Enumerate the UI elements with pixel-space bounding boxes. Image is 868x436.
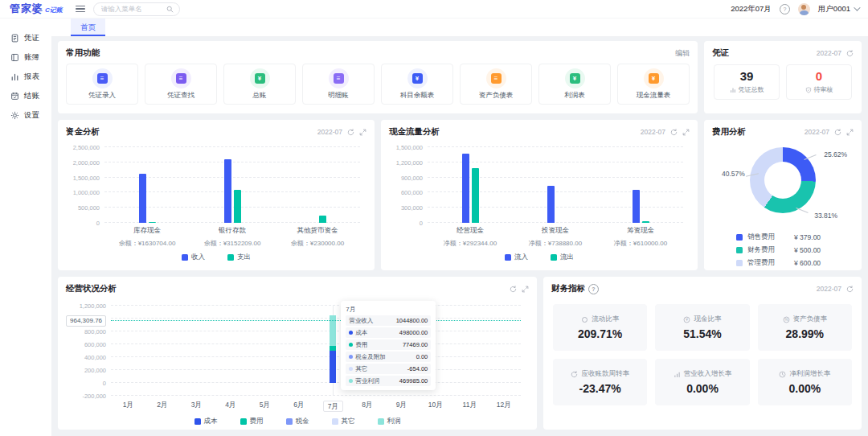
function-card-凭证查找[interactable]: ≡凭证查找: [145, 64, 217, 105]
menu-search[interactable]: [93, 2, 180, 16]
indicator-value: 28.99%: [786, 327, 824, 340]
menu-toggle-icon[interactable]: [76, 6, 85, 13]
series-dot-icon: [349, 355, 353, 359]
amount-label: 余额：¥3152209.00: [190, 239, 275, 248]
sidebar-item-账簿[interactable]: 账簿: [0, 47, 51, 67]
x-axis-label-8月: 8月: [350, 401, 385, 412]
function-card-明细账[interactable]: ≡明细账: [302, 64, 375, 105]
edit-button[interactable]: 编辑: [675, 48, 690, 59]
cashflow-chart[interactable]: 0300,000600,000900,0001,200,0001,500,000…: [389, 147, 690, 262]
indicator-card-资产负债率[interactable]: %资产负债率28.99%: [758, 304, 852, 351]
chart-plot-area[interactable]: 0500,0001,000,0001,500,0002,000,0002,500…: [104, 147, 360, 223]
legend-item-收入[interactable]: 收入: [182, 253, 205, 262]
stat-value: 0: [787, 69, 851, 83]
indicator-card-现金比率[interactable]: ¥现金比率51.54%: [655, 304, 749, 351]
legend-swatch: [227, 254, 234, 261]
refresh-icon[interactable]: [670, 129, 678, 136]
category-label: 经营现金: [428, 226, 513, 236]
indicator-value: -23.47%: [579, 382, 621, 395]
fund-chart[interactable]: 0500,0001,000,0001,500,0002,000,0002,500…: [66, 147, 366, 262]
expand-icon[interactable]: [359, 129, 366, 136]
voucher-stat-待审核[interactable]: 0待审核: [786, 64, 852, 100]
indicator-card-应收账款周转率[interactable]: 应收账款周转率-23.47%: [553, 359, 647, 405]
legend-item-管理费用[interactable]: 管理费用¥ 600.00: [736, 257, 854, 269]
sidebar-item-设置[interactable]: 设置: [0, 105, 51, 125]
legend-item-销售费用[interactable]: 销售费用¥ 379.00: [736, 231, 854, 244]
legend-item-利润[interactable]: 利润: [378, 417, 401, 426]
sidebar-item-凭证[interactable]: 凭证: [0, 28, 51, 47]
function-card-利润表[interactable]: ¥利润表: [538, 64, 611, 105]
amount-label: 余额：¥1630704.00: [104, 239, 190, 248]
indicator-value: 209.71%: [578, 327, 622, 340]
sidebar-item-结账[interactable]: 结账: [0, 86, 51, 105]
cashflow-date: 2022-07: [641, 128, 665, 136]
function-card-label: 资产负债表: [479, 91, 514, 101]
legend-item-其它[interactable]: 其它: [332, 417, 355, 426]
legend-item-税金[interactable]: 税金: [286, 417, 309, 426]
y-axis-tick: 1,200,000: [66, 302, 106, 310]
function-card-资产负债表[interactable]: ≡资产负债表: [460, 64, 532, 105]
search-icon[interactable]: [166, 6, 174, 13]
expand-icon[interactable]: [522, 286, 529, 293]
balance-sheet-icon: ≡: [486, 68, 506, 88]
x-axis-label-5月: 5月: [248, 401, 282, 412]
app-root: 管家婆 C记账 2022年07月 ? 用户0001 凭证账簿报表结账设置: [0, 0, 868, 436]
refresh-icon[interactable]: [834, 129, 841, 136]
legend-item-成本[interactable]: 成本: [194, 417, 218, 426]
expand-icon[interactable]: [682, 129, 690, 136]
operating-chart[interactable]: -200,0000200,000400,000600,000800,0001,2…: [66, 306, 529, 426]
user-menu[interactable]: 用户0001: [818, 4, 858, 14]
legend-item-支出[interactable]: 支出: [227, 253, 251, 262]
chart-plot-area[interactable]: -200,0000200,000400,000600,000800,0001,2…: [111, 306, 521, 396]
help-icon[interactable]: ?: [780, 4, 790, 14]
bar-流入: [462, 154, 469, 223]
donut[interactable]: [750, 147, 816, 213]
tab-home-label: 首页: [80, 23, 96, 33]
chart-legend: 成本费用税金其它利润: [66, 417, 529, 426]
expand-icon[interactable]: [846, 129, 854, 136]
detail-ledger-icon: ≡: [329, 68, 349, 88]
tab-home[interactable]: 首页: [71, 19, 105, 36]
indicator-label: 应收账款周转率: [571, 369, 629, 379]
function-card-科目余额表[interactable]: ¥科目余额表: [381, 64, 453, 105]
series-dot-icon: [349, 343, 353, 347]
voucher-stat-凭证总数[interactable]: 39凭证总数: [714, 64, 780, 100]
indicator-card-流动比率[interactable]: 流动比率209.71%: [553, 304, 647, 351]
indicator-card-营业收入增长率[interactable]: 营业收入增长率0.00%: [655, 359, 749, 405]
function-card-凭证录入[interactable]: ≡凭证录入: [66, 64, 138, 105]
indicator-label: %资产负债率: [783, 315, 828, 324]
refresh-icon[interactable]: [510, 286, 517, 293]
legend-swatch: [505, 254, 511, 261]
function-card-总账[interactable]: ¥总账: [223, 64, 296, 105]
legend-item-流入[interactable]: 流入: [505, 253, 528, 262]
refresh-icon[interactable]: [846, 50, 854, 57]
chart-plot-area[interactable]: 0300,000600,000900,0001,200,0001,500,000: [428, 147, 683, 223]
legend-amount: ¥ 600.00: [794, 259, 821, 267]
question-icon[interactable]: ?: [588, 284, 599, 294]
legend-item-财务费用[interactable]: 财务费用¥ 500.00: [736, 244, 854, 257]
chart-tooltip: 7月营业收入1044800.00成本498000.00费用77469.00税金及…: [341, 301, 436, 390]
voucher-doc-icon: [10, 34, 19, 43]
x-axis-label-11月: 11月: [452, 401, 487, 412]
voucher-entry-icon: ≡: [92, 68, 113, 88]
closing-calendar-icon: [10, 92, 19, 101]
user-avatar[interactable]: [798, 3, 810, 15]
highlighted-month-label: 7月: [323, 401, 343, 412]
indicator-card-净利润增长率[interactable]: 净利润增长率0.00%: [758, 359, 852, 405]
series-dot-icon: [349, 379, 353, 383]
refresh-icon[interactable]: [846, 286, 854, 293]
refresh-icon[interactable]: [347, 129, 354, 136]
function-card-现金流量表[interactable]: ¥现金流量表: [617, 64, 690, 105]
sidebar-item-报表[interactable]: 报表: [0, 67, 51, 86]
menu-search-input[interactable]: [100, 4, 162, 14]
voucher-panel-title: 凭证: [712, 47, 729, 59]
x-axis-label-10月: 10月: [419, 401, 453, 412]
legend-item-费用[interactable]: 费用: [240, 417, 264, 426]
stack-segment-费用: [330, 346, 336, 351]
expense-donut-chart[interactable]: 25.62%33.81%40.57%销售费用¥ 379.00财务费用¥ 500.…: [712, 138, 854, 269]
legend-amount: ¥ 379.00: [794, 233, 821, 241]
y-axis-tick: 2,000,000: [66, 158, 100, 166]
legend-item-流出[interactable]: 流出: [551, 253, 574, 262]
leader-line: [796, 208, 808, 213]
legend-swatch: [551, 254, 557, 261]
